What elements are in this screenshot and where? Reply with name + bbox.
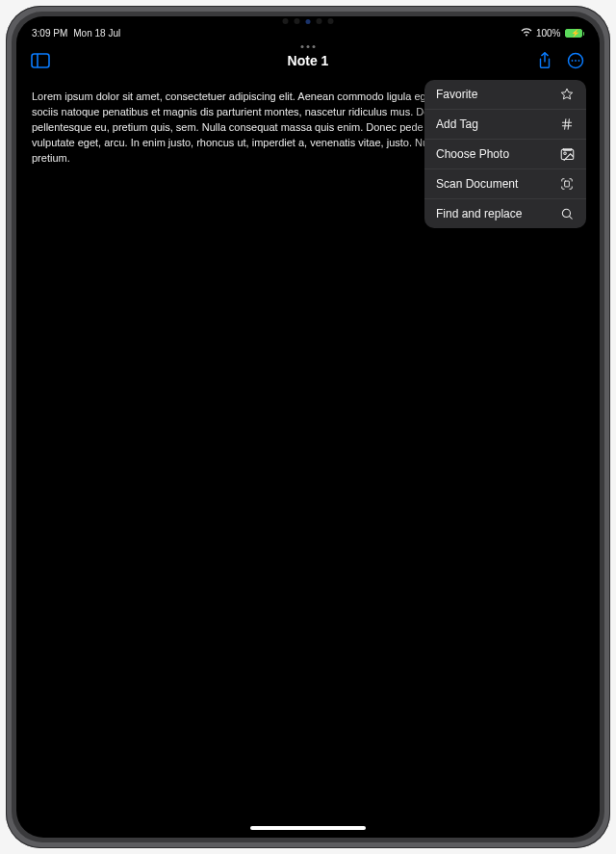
photo-icon: [559, 146, 575, 162]
sensor-cluster: [283, 18, 334, 24]
context-menu: Favorite Add Tag Choose Photo: [424, 80, 586, 228]
svg-point-3: [572, 60, 574, 62]
menu-label: Scan Document: [436, 177, 518, 191]
svg-line-15: [569, 216, 572, 219]
menu-item-add-tag[interactable]: Add Tag: [424, 110, 586, 140]
menu-label: Favorite: [436, 88, 477, 101]
battery-pct: 100%: [536, 28, 561, 39]
menu-label: Choose Photo: [436, 147, 509, 161]
hash-icon: [559, 116, 575, 132]
star-icon: [559, 87, 575, 102]
share-icon[interactable]: [534, 50, 555, 71]
ipad-inner: 3:09 PM Mon 18 Jul 100% ⚡: [12, 12, 604, 842]
menu-item-scan-document[interactable]: Scan Document: [424, 169, 586, 199]
svg-point-5: [578, 60, 580, 62]
clock: 3:09 PM: [32, 28, 67, 39]
menu-label: Add Tag: [436, 117, 478, 131]
svg-line-8: [565, 119, 566, 130]
battery-icon: ⚡: [565, 29, 585, 38]
menu-item-favorite[interactable]: Favorite: [424, 80, 586, 110]
status-bar: 3:09 PM Mon 18 Jul 100% ⚡: [16, 22, 600, 39]
more-icon[interactable]: [565, 50, 586, 71]
menu-item-find-replace[interactable]: Find and replace: [424, 199, 586, 228]
note-title: Note 1: [288, 53, 329, 68]
scan-icon: [559, 176, 575, 192]
screen: 3:09 PM Mon 18 Jul 100% ⚡: [16, 16, 600, 838]
search-icon: [559, 206, 575, 221]
date: Mon 18 Jul: [73, 28, 120, 39]
navbar: Note 1: [16, 43, 600, 78]
wifi-icon: [521, 28, 532, 39]
menu-item-choose-photo[interactable]: Choose Photo: [424, 140, 586, 169]
svg-line-9: [568, 119, 569, 130]
menu-label: Find and replace: [436, 207, 522, 220]
svg-point-4: [575, 60, 577, 62]
svg-point-11: [563, 152, 566, 155]
svg-rect-0: [32, 54, 49, 67]
sidebar-toggle-icon[interactable]: [30, 50, 51, 71]
ipad-frame: 3:09 PM Mon 18 Jul 100% ⚡: [6, 6, 610, 848]
home-indicator[interactable]: [250, 826, 366, 830]
svg-rect-13: [565, 181, 570, 187]
